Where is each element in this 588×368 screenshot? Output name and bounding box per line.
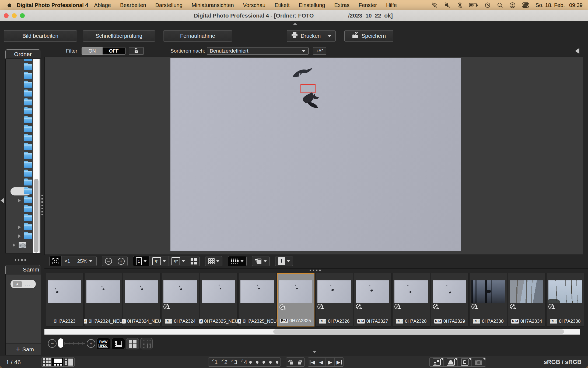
raw-jpeg-toggle-button[interactable]: RAW JPEG [96,338,110,349]
zoom-1to1-button[interactable]: ×1 [62,256,73,266]
filmstrip-scrollbar-thumb[interactable] [273,329,564,334]
print-dropdown-caret[interactable] [328,35,331,37]
split-view-button[interactable] [64,358,74,366]
filmstrip-thumbnail[interactable]: T0H7A2325_NEU [238,273,276,326]
check-mark-1-button[interactable]: ✓1 [209,359,219,365]
menu-item-miniaturansichten[interactable]: Miniaturansichten [192,2,234,8]
window-title-bar[interactable]: Digital Photo Professional 4 - [Ordner: … [0,10,588,21]
filmstrip-thumbnail[interactable]: R+J0H7A2328 [392,273,430,326]
grid-layout-alt-button[interactable] [140,338,153,349]
chevron-right-icon[interactable] [18,199,21,202]
multi-layout-button[interactable] [188,256,200,266]
histogram-button[interactable] [444,358,458,366]
rating-dot-2[interactable] [256,361,258,364]
main-photo[interactable] [170,58,461,251]
folder-scrollbar-track[interactable] [33,59,40,253]
menu-item-etikett[interactable]: Etikett [275,2,290,8]
previous-image-button[interactable]: ◀ [317,358,326,366]
filmstrip-thumbnail[interactable]: J0H7A2325_NEU [200,273,237,326]
zoom-level-select[interactable]: 25% [73,256,96,266]
zoom-out-button[interactable]: − [102,256,115,266]
thumb-smaller-button[interactable]: − [48,339,57,348]
rotate-right-button[interactable] [295,358,304,366]
chevron-right-icon[interactable] [18,234,21,238]
af-point-button[interactable] [458,358,472,366]
compare-1-2-button[interactable]: 1|2 [169,256,188,266]
rating-dot-3[interactable] [262,361,265,364]
wifi-off-icon[interactable] [431,2,438,8]
spotlight-search-icon[interactable] [497,2,503,8]
fit-to-window-button[interactable] [50,256,62,266]
minimize-window-button[interactable] [12,13,17,18]
menu-item-einstellung[interactable]: Einstellung [299,2,325,8]
edit-image-button[interactable]: Bild bearbeiten [4,30,77,42]
filmstrip-scrollbar-track[interactable] [44,329,580,335]
thumb-size-slider-track[interactable] [64,342,85,345]
thumb-size-slider-handle[interactable] [58,338,63,348]
first-image-button[interactable]: ◀ [308,358,317,366]
volume-muted-icon[interactable] [444,2,451,8]
single-preview-button[interactable]: 1 [133,256,150,266]
filter-on-button[interactable]: ON [82,47,103,54]
menu-item-hilfe[interactable]: Hilfe [386,2,397,8]
filmstrip-thumbnail-selected[interactable]: R+J0H7A2325 [277,273,314,326]
quick-check-button[interactable]: Schnellüberprüfung [83,30,155,42]
info-button[interactable]: i [275,256,293,266]
user-account-icon[interactable] [509,2,516,8]
time-machine-icon[interactable] [485,2,491,8]
menu-item-extras[interactable]: Extras [334,2,349,8]
filter-lock-button[interactable] [129,47,144,55]
apple-menu-icon[interactable] [6,2,12,8]
sort-select[interactable]: Benutzerdefiniert [207,47,309,55]
rotate-left-button[interactable] [286,358,295,366]
filter-off-button[interactable]: OFF [103,47,125,54]
chevron-right-icon[interactable] [18,225,21,229]
collapse-filmstrip-arrow[interactable] [312,351,317,353]
filmstrip-thumbnail[interactable]: R+J0H7A2327 [354,273,391,326]
thumb-larger-button[interactable]: + [87,339,95,348]
close-window-button[interactable] [4,13,9,18]
filmstrip-thumbnail[interactable]: R+J0H7A2338 [546,273,584,326]
tab-collection[interactable]: Samm [5,265,40,274]
remote-shooting-button[interactable]: Fernaufnahme [163,30,232,42]
sort-az-button[interactable]: ↓Az [313,47,326,55]
menu-clock[interactable]: So. 18. Feb. 09:39 [536,2,583,8]
filmstrip-grip[interactable] [310,270,321,271]
thumb-with-info-button[interactable] [111,338,125,349]
zoom-window-button[interactable] [20,13,25,18]
rating-dot-4[interactable] [269,361,272,364]
check-mark-3-button[interactable]: ✓3 [229,359,239,365]
check-mark-2-button[interactable]: ✓2 [219,359,229,365]
thumbnail-grid-button[interactable] [205,256,222,266]
preview-filmstrip-view-button[interactable] [52,358,64,366]
mark-display-button[interactable] [252,256,270,266]
collection-item[interactable]: ★ ... [10,280,36,288]
collapse-left-panel-arrow[interactable] [1,198,4,203]
menu-item-fenster[interactable]: Fenster [359,2,377,8]
last-image-button[interactable]: ▶ [335,358,344,366]
control-center-icon[interactable] [522,2,529,8]
zoom-in-button[interactable]: + [115,256,127,266]
menu-item-vorschau[interactable]: Vorschau [243,2,265,8]
save-button[interactable]: Speichern [344,30,393,42]
bluetooth-off-icon[interactable] [457,2,463,8]
collapse-toolbar-arrow[interactable] [293,23,297,25]
next-image-button[interactable]: ▶ [326,358,335,366]
rating-dot-1[interactable] [249,361,252,364]
chevron-right-icon[interactable] [13,243,15,247]
filmstrip-thumbnail[interactable]: R+J0H7A2329 [431,273,468,326]
compare-1-1-button[interactable]: 1|1 [150,256,169,266]
folder-scrollbar-thumb[interactable] [34,179,38,253]
battery-charging-icon[interactable] [469,2,478,8]
menu-item-bearbeiten[interactable]: Bearbeiten [120,2,146,8]
collapse-right-panel-arrow[interactable] [575,48,579,54]
menu-item-darstellung[interactable]: Darstellung [155,2,183,8]
filmstrip-thumbnail[interactable]: 0H7A2323 [46,273,83,326]
print-button[interactable]: Drucken [287,30,336,42]
filmstrip-thumbnail[interactable]: R+J0H7A2334 [508,273,545,326]
menu-app-name[interactable]: Digital Photo Professional 4 [17,2,88,8]
menu-item-ablage[interactable]: Ablage [94,2,111,8]
filmstrip-thumbnail[interactable]: R+J0H7A2326 [315,273,353,326]
panel-divider-grip[interactable] [15,259,27,261]
tool-palette-button[interactable] [430,358,444,366]
